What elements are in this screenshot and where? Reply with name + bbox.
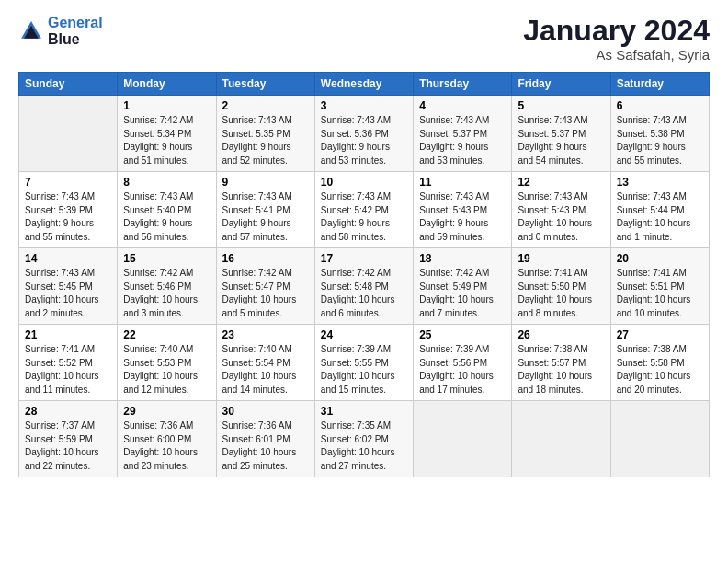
day-info: Sunrise: 7:43 AMSunset: 5:42 PMDaylight:… — [321, 190, 407, 244]
day-number: 31 — [321, 405, 407, 418]
day-number: 30 — [222, 405, 309, 418]
calendar-cell: 1Sunrise: 7:42 AMSunset: 5:34 PMDaylight… — [118, 96, 216, 172]
calendar-cell: 27Sunrise: 7:38 AMSunset: 5:58 PMDayligh… — [610, 325, 709, 401]
page-header: General Blue January 2024 As Safsafah, S… — [18, 15, 710, 63]
day-number: 16 — [222, 252, 309, 265]
day-number: 24 — [321, 328, 407, 341]
day-number: 9 — [222, 176, 309, 189]
col-header-wednesday: Wednesday — [314, 73, 413, 96]
calendar-cell: 21Sunrise: 7:41 AMSunset: 5:52 PMDayligh… — [19, 325, 118, 401]
day-info: Sunrise: 7:42 AMSunset: 5:49 PMDaylight:… — [419, 267, 506, 320]
col-header-tuesday: Tuesday — [216, 73, 314, 96]
calendar-cell: 17Sunrise: 7:42 AMSunset: 5:48 PMDayligh… — [314, 248, 413, 325]
main-title: January 2024 — [523, 15, 710, 47]
calendar-cell: 26Sunrise: 7:38 AMSunset: 5:57 PMDayligh… — [512, 325, 610, 401]
day-info: Sunrise: 7:42 AMSunset: 5:48 PMDaylight:… — [321, 267, 407, 320]
day-number: 7 — [25, 176, 111, 189]
calendar-cell: 31Sunrise: 7:35 AMSunset: 6:02 PMDayligh… — [314, 401, 413, 477]
calendar-week-1: 1Sunrise: 7:42 AMSunset: 5:34 PMDaylight… — [19, 96, 710, 172]
day-number: 11 — [419, 176, 506, 189]
day-number: 25 — [419, 328, 506, 341]
day-info: Sunrise: 7:43 AMSunset: 5:38 PMDaylight:… — [617, 114, 703, 167]
day-number: 28 — [25, 405, 111, 418]
logo: General Blue — [18, 15, 103, 47]
day-info: Sunrise: 7:41 AMSunset: 5:51 PMDaylight:… — [617, 267, 703, 320]
calendar-cell: 9Sunrise: 7:43 AMSunset: 5:41 PMDaylight… — [216, 172, 314, 248]
calendar-cell: 14Sunrise: 7:43 AMSunset: 5:45 PMDayligh… — [19, 248, 118, 325]
calendar-cell: 30Sunrise: 7:36 AMSunset: 6:01 PMDayligh… — [216, 401, 314, 477]
day-number: 2 — [222, 99, 309, 112]
logo-general: General — [48, 15, 103, 30]
day-number: 22 — [123, 328, 210, 341]
day-info: Sunrise: 7:36 AMSunset: 6:00 PMDaylight:… — [123, 419, 210, 473]
calendar-cell: 5Sunrise: 7:43 AMSunset: 5:37 PMDaylight… — [512, 96, 610, 172]
day-info: Sunrise: 7:40 AMSunset: 5:53 PMDaylight:… — [123, 343, 210, 396]
day-info: Sunrise: 7:43 AMSunset: 5:36 PMDaylight:… — [321, 114, 407, 167]
col-header-saturday: Saturday — [610, 73, 709, 96]
col-header-friday: Friday — [512, 73, 610, 96]
day-info: Sunrise: 7:38 AMSunset: 5:57 PMDaylight:… — [518, 343, 604, 396]
calendar-cell: 4Sunrise: 7:43 AMSunset: 5:37 PMDaylight… — [414, 96, 512, 172]
calendar-cell: 28Sunrise: 7:37 AMSunset: 5:59 PMDayligh… — [19, 401, 118, 477]
calendar-cell: 6Sunrise: 7:43 AMSunset: 5:38 PMDaylight… — [610, 96, 709, 172]
day-number: 14 — [25, 252, 111, 265]
calendar-week-5: 28Sunrise: 7:37 AMSunset: 5:59 PMDayligh… — [19, 401, 710, 477]
calendar-cell: 25Sunrise: 7:39 AMSunset: 5:56 PMDayligh… — [414, 325, 512, 401]
calendar-cell: 11Sunrise: 7:43 AMSunset: 5:43 PMDayligh… — [414, 172, 512, 248]
calendar-cell — [512, 401, 610, 477]
day-number: 18 — [419, 252, 506, 265]
day-info: Sunrise: 7:41 AMSunset: 5:50 PMDaylight:… — [518, 267, 604, 320]
day-info: Sunrise: 7:41 AMSunset: 5:52 PMDaylight:… — [25, 343, 111, 396]
day-info: Sunrise: 7:39 AMSunset: 5:56 PMDaylight:… — [419, 343, 506, 396]
day-number: 29 — [123, 405, 210, 418]
day-info: Sunrise: 7:42 AMSunset: 5:34 PMDaylight:… — [123, 114, 210, 167]
calendar-cell: 23Sunrise: 7:40 AMSunset: 5:54 PMDayligh… — [216, 325, 314, 401]
day-number: 6 — [617, 99, 703, 112]
day-info: Sunrise: 7:38 AMSunset: 5:58 PMDaylight:… — [617, 343, 703, 396]
day-info: Sunrise: 7:39 AMSunset: 5:55 PMDaylight:… — [321, 343, 407, 396]
day-number: 26 — [518, 328, 604, 341]
day-info: Sunrise: 7:43 AMSunset: 5:43 PMDaylight:… — [419, 190, 506, 244]
calendar-cell: 8Sunrise: 7:43 AMSunset: 5:40 PMDaylight… — [118, 172, 216, 248]
day-number: 13 — [617, 176, 703, 189]
day-number: 21 — [25, 328, 111, 341]
calendar-table: SundayMondayTuesdayWednesdayThursdayFrid… — [18, 72, 710, 477]
day-info: Sunrise: 7:37 AMSunset: 5:59 PMDaylight:… — [25, 419, 111, 473]
calendar-cell — [414, 401, 512, 477]
calendar-cell: 20Sunrise: 7:41 AMSunset: 5:51 PMDayligh… — [610, 248, 709, 325]
day-info: Sunrise: 7:43 AMSunset: 5:37 PMDaylight:… — [419, 114, 506, 167]
col-header-thursday: Thursday — [414, 73, 512, 96]
day-number: 4 — [419, 99, 506, 112]
day-number: 17 — [321, 252, 407, 265]
day-info: Sunrise: 7:42 AMSunset: 5:47 PMDaylight:… — [222, 267, 309, 320]
day-info: Sunrise: 7:40 AMSunset: 5:54 PMDaylight:… — [222, 343, 309, 396]
day-info: Sunrise: 7:43 AMSunset: 5:44 PMDaylight:… — [617, 190, 703, 244]
calendar-cell: 18Sunrise: 7:42 AMSunset: 5:49 PMDayligh… — [414, 248, 512, 325]
col-header-monday: Monday — [118, 73, 216, 96]
day-number: 3 — [321, 99, 407, 112]
day-info: Sunrise: 7:43 AMSunset: 5:43 PMDaylight:… — [518, 190, 604, 244]
day-number: 15 — [123, 252, 210, 265]
day-number: 27 — [617, 328, 703, 341]
calendar-week-3: 14Sunrise: 7:43 AMSunset: 5:45 PMDayligh… — [19, 248, 710, 325]
logo-blue: Blue — [48, 31, 80, 47]
day-info: Sunrise: 7:43 AMSunset: 5:40 PMDaylight:… — [123, 190, 210, 244]
day-info: Sunrise: 7:42 AMSunset: 5:46 PMDaylight:… — [123, 267, 210, 320]
calendar-cell: 29Sunrise: 7:36 AMSunset: 6:00 PMDayligh… — [118, 401, 216, 477]
day-number: 10 — [321, 176, 407, 189]
day-info: Sunrise: 7:35 AMSunset: 6:02 PMDaylight:… — [321, 419, 407, 473]
calendar-cell: 7Sunrise: 7:43 AMSunset: 5:39 PMDaylight… — [19, 172, 118, 248]
calendar-cell: 24Sunrise: 7:39 AMSunset: 5:55 PMDayligh… — [314, 325, 413, 401]
calendar-cell: 3Sunrise: 7:43 AMSunset: 5:36 PMDaylight… — [314, 96, 413, 172]
calendar-week-2: 7Sunrise: 7:43 AMSunset: 5:39 PMDaylight… — [19, 172, 710, 248]
day-number: 1 — [123, 99, 210, 112]
title-block: January 2024 As Safsafah, Syria — [523, 15, 710, 63]
day-number: 23 — [222, 328, 309, 341]
calendar-week-4: 21Sunrise: 7:41 AMSunset: 5:52 PMDayligh… — [19, 325, 710, 401]
calendar-cell — [610, 401, 709, 477]
calendar-cell: 13Sunrise: 7:43 AMSunset: 5:44 PMDayligh… — [610, 172, 709, 248]
day-number: 12 — [518, 176, 604, 189]
day-number: 8 — [123, 176, 210, 189]
calendar-cell: 16Sunrise: 7:42 AMSunset: 5:47 PMDayligh… — [216, 248, 314, 325]
day-number: 19 — [518, 252, 604, 265]
